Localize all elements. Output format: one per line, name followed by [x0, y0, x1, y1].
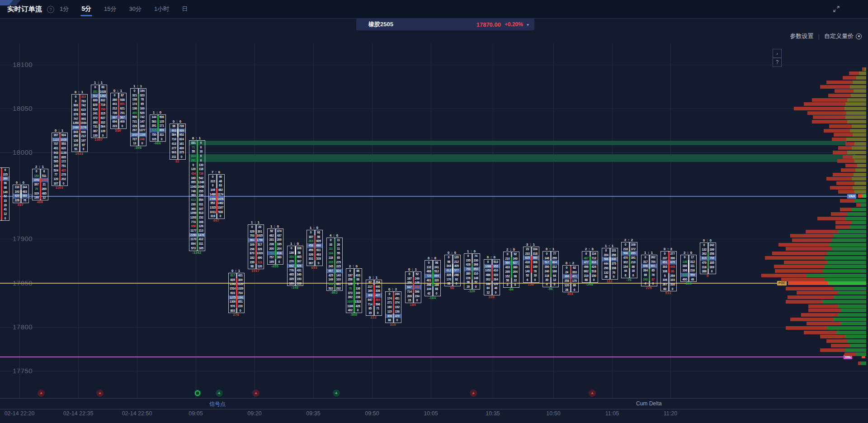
- ask-volume-cell: 238: [354, 295, 362, 299]
- bid-volume-cell: 651: [661, 260, 669, 265]
- ask-volume-cell: 40: [217, 175, 224, 179]
- volume-profile-row: [813, 115, 866, 119]
- ask-volume-cell: 106: [295, 281, 303, 286]
- ask-volume-cell: 380: [275, 255, 283, 260]
- bid-volume-cell: 136: [131, 106, 138, 111]
- bid-volume-cell: 955: [189, 180, 197, 185]
- candle-body-segment: [20, 190, 22, 198]
- footprint-bar-header: 1 : 0: [261, 224, 288, 228]
- bid-volume-cell: 392: [346, 295, 354, 299]
- volume-profile-row: [792, 238, 866, 242]
- tab-15分[interactable]: 15分: [103, 0, 117, 18]
- bid-volume-cell: 15: [406, 298, 413, 303]
- ask-volume-cell: 358: [708, 252, 716, 256]
- signal-marker-green-icon[interactable]: ➤: [216, 390, 223, 397]
- bid-volume-cell: 210: [504, 257, 511, 261]
- ask-volume-cell: 511: [40, 174, 48, 178]
- bid-volume-cell: 964: [248, 238, 256, 242]
- ask-volume-cell: 646: [80, 130, 87, 134]
- candle-body-segment: [197, 141, 198, 250]
- signal-marker-green-icon[interactable]: [194, 390, 201, 397]
- footprint-bar: 07714625551760439031224016611864301240: [542, 251, 559, 287]
- signal-marker-green-icon[interactable]: ➤: [333, 390, 340, 397]
- bid-volume-cell: 625: [524, 256, 531, 260]
- orderflow-chart-canvas[interactable]: 1810018050180001795017900178501780017750…: [0, 30, 868, 398]
- ask-volume-cell: 0: [197, 158, 205, 163]
- price-axis-label: 18050: [13, 105, 33, 112]
- bid-volume-cell: 1275: [229, 295, 236, 300]
- ask-volume-cell: 1025: [256, 233, 264, 238]
- footprint-bar: 0402224806314948214861174239614789521462…: [208, 174, 225, 219]
- bid-volume-cell: 1514: [229, 286, 236, 291]
- signal-marker-red-icon[interactable]: ▲: [252, 390, 259, 397]
- ask-volume-cell: 585: [21, 194, 28, 198]
- volume-profile-row: [843, 76, 866, 80]
- candle-body-segment: [413, 277, 414, 294]
- ask-volume-cell: 1167: [217, 205, 224, 210]
- collapse-icon[interactable]: [833, 5, 840, 13]
- bid-volume-cell: 150: [33, 174, 40, 178]
- bid-volume-cell: 647: [366, 298, 374, 302]
- bid-volume-cell: 4: [543, 282, 551, 287]
- ask-volume-cell: 605: [315, 239, 322, 243]
- volume-profile-row: [812, 120, 866, 124]
- ask-volume-cell: 78: [531, 269, 539, 274]
- footprint-bar-delta: 653: [301, 266, 328, 270]
- tab-30分[interactable]: 30分: [128, 0, 142, 18]
- signal-marker-red-icon[interactable]: ▲: [38, 390, 45, 397]
- bid-volume-cell: 120: [563, 283, 571, 288]
- volume-profile-row: [820, 85, 866, 89]
- bid-volume-cell: 0: [445, 255, 453, 260]
- bid-volume-cell: 576: [229, 304, 236, 309]
- bid-volume-cell: 42: [425, 291, 433, 296]
- bid-volume-cell: 1315: [209, 205, 217, 210]
- bid-volume-cell: 12: [484, 290, 492, 295]
- bid-volume-cell: 149: [327, 277, 335, 282]
- footprint-bar-delta: 32: [164, 159, 191, 163]
- ask-volume-cell: 0: [158, 137, 165, 142]
- candle-body-segment: [177, 129, 179, 137]
- ask-volume-cell: 0: [1, 168, 9, 172]
- bid-volume-cell: 160: [386, 305, 393, 309]
- signal-marker-red-icon[interactable]: ▲: [589, 390, 596, 397]
- bid-volume-cell: 459: [307, 248, 315, 252]
- ask-volume-cell: 156: [393, 309, 401, 314]
- bid-volume-cell: 149: [52, 164, 60, 168]
- time-axis-label: 11:20: [664, 410, 677, 417]
- ask-volume-cell: 938: [118, 98, 126, 102]
- gridline-vertical: [372, 43, 373, 398]
- footprint-bar-delta: 310: [379, 323, 406, 327]
- footprint-bar: 3979241122102873755349162094311383916955…: [52, 133, 68, 186]
- volume-profile-row: [828, 94, 866, 97]
- ask-volume-cell: 315: [99, 111, 107, 116]
- bid-volume-cell: 70: [33, 187, 40, 191]
- symbol-selector[interactable]: 橡胶2505 17870.00 +0.20% ▾: [356, 19, 534, 30]
- tab-1小时[interactable]: 1小时: [153, 0, 170, 18]
- bid-volume-cell: 0: [327, 238, 335, 242]
- time-axis-label: 02-14 22:20: [5, 410, 35, 417]
- candle-body-segment: [452, 264, 453, 276]
- signal-marker-red-icon[interactable]: ▲: [96, 390, 104, 397]
- ask-volume-cell: 172: [60, 159, 67, 164]
- footprint-bar-header: 0 : 1: [360, 276, 387, 280]
- ask-volume-cell: 18: [197, 149, 205, 154]
- bid-volume-cell: 256: [346, 277, 354, 282]
- bid-volume-cell: 331: [189, 141, 197, 145]
- bid-volume-cell: 2396: [209, 197, 217, 201]
- bid-volume-cell: 613: [189, 198, 197, 202]
- ask-volume-cell: 148: [472, 276, 480, 280]
- tab-日[interactable]: 日: [181, 0, 189, 18]
- ask-volume-cell: 554: [197, 198, 205, 202]
- tab-5分[interactable]: 5分: [80, 0, 92, 18]
- footprint-bar-header: 1 : 1: [124, 84, 151, 88]
- footprint-bar-delta: 275: [635, 286, 662, 290]
- signal-marker-red-icon[interactable]: ▲: [470, 390, 477, 397]
- bid-volume-cell: 560: [504, 261, 511, 265]
- symbol-price: 17870.00: [476, 21, 501, 28]
- bid-volume-cell: 38: [445, 281, 453, 286]
- ask-volume-cell: 26: [335, 242, 342, 247]
- ask-volume-cell: 320: [433, 278, 440, 283]
- ask-volume-cell: 131: [610, 248, 618, 253]
- help-icon[interactable]: ?: [47, 6, 54, 13]
- tab-1分[interactable]: 1分: [59, 0, 70, 18]
